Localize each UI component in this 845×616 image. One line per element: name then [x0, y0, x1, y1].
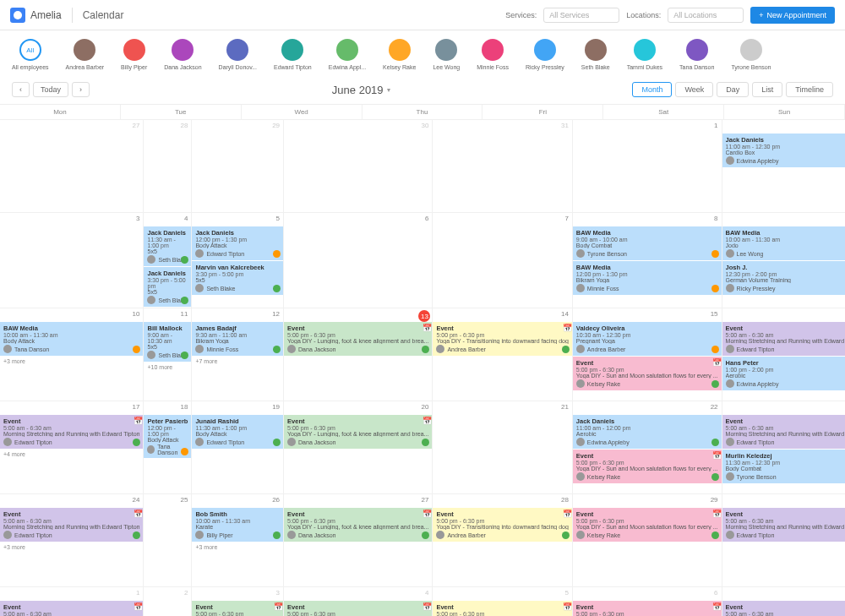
calendar-cell[interactable]: 1 [573, 120, 722, 213]
calendar-event[interactable]: Murlin Keledzej11:30 am - 12:30 pmBody C… [722, 450, 845, 483]
today-button[interactable]: Today [33, 82, 68, 97]
calendar-event[interactable]: Bob Smith10:00 am - 11:30 amKarateBilly … [192, 508, 283, 542]
calendar-cell[interactable]: 21 [433, 401, 572, 494]
more-events-link[interactable]: +3 more [192, 542, 283, 552]
calendar-event[interactable]: Event5:00 am - 6:30 amMorning Stretching… [0, 508, 143, 542]
calendar-event[interactable]: Event5:00 pm - 6:30 pmYoga DIY - Lunging… [284, 415, 432, 449]
calendar-cell[interactable]: 22Jack Daniels11:00 am - 12:00 pmAerobic… [573, 401, 722, 494]
calendar-cell[interactable]: 28Event5:00 pm - 6:30 pmYoga DIY - Trans… [433, 494, 572, 587]
view-button-month[interactable]: Month [632, 82, 672, 97]
calendar-cell[interactable]: 31 [433, 120, 572, 213]
calendar-cell[interactable]: 2 [144, 587, 192, 616]
calendar-event[interactable]: Event5:00 pm - 6:30 pmYoga DIY - Lunging… [284, 601, 432, 616]
employee-filter-1[interactable]: Andrea Barber [66, 39, 105, 70]
calendar-event[interactable]: Event5:00 am - 6:30 amMorning Stretching… [722, 601, 845, 616]
calendar-cell[interactable]: 30Event5:00 am - 6:30 amMorning Stretchi… [722, 494, 845, 587]
calendar-cell[interactable]: 30 [284, 120, 433, 213]
prev-button[interactable]: ‹ [12, 82, 30, 97]
calendar-cell[interactable]: 12James Badajf9:30 am - 11:00 amBikram Y… [192, 308, 284, 401]
calendar-cell[interactable]: 2Jack Daniels11:00 am - 12:30 pmCardio B… [722, 120, 845, 213]
calendar-event[interactable]: Event5:00 am - 6:30 amMorning Stretching… [0, 415, 143, 449]
calendar-cell[interactable]: 5Jack Daniels12:00 pm - 1:30 pmBody Atta… [192, 213, 284, 308]
employee-filter-2[interactable]: Billy Piper [121, 39, 147, 70]
employee-filter-14[interactable]: Tyrone Benson [731, 39, 771, 70]
calendar-cell[interactable]: 5Event5:00 pm - 6:30 pmYoga DIY - Transi… [433, 587, 572, 616]
calendar-event[interactable]: Jack Daniels11:30 am - 1:00 pm5x5Seth Bl… [144, 226, 191, 266]
view-button-timeline[interactable]: Timeline [786, 82, 833, 97]
calendar-cell[interactable]: 14Event5:00 pm - 6:30 pmYoga DIY - Trans… [433, 308, 572, 401]
calendar-event[interactable]: Event5:00 pm - 6:30 pmYoga DIY - Lunging… [284, 322, 432, 356]
calendar-cell[interactable]: 29Event5:00 pm - 6:30 pmYoga DIY - Sun a… [573, 494, 722, 587]
calendar-cell[interactable]: 28 [144, 120, 192, 213]
calendar-event[interactable]: Event5:00 am - 6:30 amMorning Stretching… [722, 415, 845, 449]
calendar-cell[interactable]: 16Event5:00 am - 6:30 amMorning Stretchi… [722, 308, 845, 401]
employee-filter-12[interactable]: Tammi Dukes [627, 39, 662, 70]
calendar-cell[interactable]: 11Bill Mallock9:00 am - 10:30 am5x5Seth … [144, 308, 192, 401]
calendar-event[interactable]: Jack Daniels11:00 am - 12:30 pmCardio Bo… [722, 134, 845, 167]
new-appointment-button[interactable]: + New Appointment [750, 7, 835, 24]
calendar-event[interactable]: Event5:00 pm - 6:30 pmYoga DIY - Transit… [433, 508, 571, 542]
calendar-cell[interactable]: 6 [284, 213, 433, 308]
calendar-event[interactable]: Event5:00 pm - 6:30 pmYoga DIY - Sun and… [573, 450, 722, 483]
calendar-event[interactable]: Event5:00 pm - 6:30 pmYoga DIY - Sun and… [573, 508, 722, 542]
employee-filter-5[interactable]: Edward Tipton [274, 39, 312, 70]
calendar-event[interactable]: BAW Media10:00 am - 11:30 amBody AttackT… [0, 322, 143, 356]
calendar-event[interactable]: Josh J.12:30 pm - 2:00 pmGerman Volume T… [722, 261, 845, 295]
calendar-event[interactable]: Event5:00 pm - 6:30 pmYoga DIY - Sun and… [573, 601, 722, 616]
employee-filter-13[interactable]: Tana Danson [679, 39, 714, 70]
calendar-cell[interactable]: 13Event5:00 pm - 6:30 pmYoga DIY - Lungi… [284, 308, 433, 401]
calendar-cell[interactable]: 29 [192, 120, 284, 213]
view-button-week[interactable]: Week [675, 82, 713, 97]
calendar-event[interactable]: BAW Media12:00 pm - 1:30 pmBikram YogaMi… [573, 261, 722, 295]
calendar-cell[interactable]: 17Event5:00 am - 6:30 amMorning Stretchi… [0, 401, 144, 494]
calendar-event[interactable]: Junaid Rashid11:30 am - 1:00 pmBody Atta… [192, 415, 283, 449]
calendar-cell[interactable]: 26Bob Smith10:00 am - 11:30 amKarateBill… [192, 494, 284, 587]
employee-filter-10[interactable]: Ricky Pressley [526, 39, 564, 70]
calendar-event[interactable]: Event5:00 am - 6:30 amMorning Stretching… [722, 322, 845, 356]
calendar-event[interactable]: Event5:00 pm - 6:30 pmYoga DIY - Transit… [433, 322, 571, 356]
calendar-event[interactable]: Jack Daniels3:30 pm - 5:00 pm5x5Seth Bla… [144, 267, 191, 307]
locations-select[interactable]: All Locations [668, 8, 744, 23]
calendar-event[interactable]: Jack Daniels12:00 pm - 1:30 pmBody Attac… [192, 226, 283, 260]
calendar-cell[interactable]: 18Peter Pasierb12:00 pm - 1:00 pmBody At… [144, 401, 192, 494]
calendar-cell[interactable]: 20Event5:00 pm - 6:30 pmYoga DIY - Lungi… [284, 401, 433, 494]
calendar-cell[interactable]: 9BAW Media10:00 am - 11:30 amJodoLee Won… [722, 213, 845, 308]
calendar-event[interactable]: Hans Peter1:00 pm - 2:00 pmAerobicEdwina… [722, 357, 845, 390]
employee-filter-4[interactable]: Daryll Donov... [219, 39, 257, 70]
calendar-cell[interactable]: 7Event5:00 am - 6:30 amMorning Stretchin… [722, 587, 845, 616]
calendar-cell[interactable]: 3 [0, 213, 144, 308]
calendar-cell[interactable]: 27Event5:00 pm - 6:30 pmYoga DIY - Lungi… [284, 494, 433, 587]
calendar-cell[interactable]: 3Event5:00 pm - 6:30 pmYoga DIY - Practi… [192, 587, 284, 616]
calendar-event[interactable]: Peter Pasierb12:00 pm - 1:00 pmBody Atta… [144, 415, 191, 458]
more-events-link[interactable]: +10 more [144, 363, 191, 372]
employee-filter-11[interactable]: Seth Blake [581, 39, 610, 70]
more-events-link[interactable]: +3 more [0, 357, 143, 366]
employee-filter-3[interactable]: Dana Jackson [164, 39, 201, 70]
calendar-event[interactable]: BAW Media10:00 am - 11:30 amJodoLee Wong [722, 226, 845, 260]
calendar-event[interactable]: Event5:00 pm - 6:30 pmYoga DIY - Lunging… [284, 508, 432, 542]
calendar-event[interactable]: BAW Media9:00 am - 10:00 amBody CombatTy… [573, 226, 722, 260]
employee-filter-all[interactable]: AllAll employees [12, 39, 49, 70]
calendar-event[interactable]: Valdecy Oliveira10:30 am - 12:30 pmPregn… [573, 322, 722, 356]
logo[interactable]: Amelia [10, 8, 62, 23]
next-button[interactable]: › [72, 82, 90, 97]
calendar-cell[interactable]: 15Valdecy Oliveira10:30 am - 12:30 pmPre… [573, 308, 722, 401]
calendar-cell[interactable]: 4Event5:00 pm - 6:30 pmYoga DIY - Lungin… [284, 587, 433, 616]
employee-filter-9[interactable]: Minnie Foss [477, 39, 509, 70]
services-select[interactable]: All Services [543, 8, 619, 23]
calendar-cell[interactable]: 1Event5:00 am - 6:30 amMorning Stretchin… [0, 587, 144, 616]
calendar-event[interactable]: Event5:00 pm - 6:30 pmYoga DIY - Practic… [192, 601, 283, 616]
calendar-event[interactable]: Marvin van Kalcrebeek3:30 pm - 5:00 pm5x… [192, 261, 283, 295]
calendar-event[interactable]: James Badajf9:30 am - 11:00 amBikram Yog… [192, 322, 283, 356]
calendar-cell[interactable]: 19Junaid Rashid11:30 am - 1:00 pmBody At… [192, 401, 284, 494]
calendar-cell[interactable]: 4Jack Daniels11:30 am - 1:00 pm5x5Seth B… [144, 213, 192, 308]
employee-filter-7[interactable]: Kelsey Rake [383, 39, 416, 70]
calendar-cell[interactable]: 27 [0, 120, 144, 213]
calendar-cell[interactable]: 8BAW Media9:00 am - 10:00 amBody CombatT… [573, 213, 722, 308]
calendar-event[interactable]: Event5:00 am - 6:30 amMorning Stretching… [0, 601, 143, 616]
calendar-event[interactable]: Event5:00 am - 6:30 amMorning Stretching… [722, 508, 845, 542]
calendar-cell[interactable]: 25 [144, 494, 192, 587]
calendar-cell[interactable]: 24Event5:00 am - 6:30 amMorning Stretchi… [0, 494, 144, 587]
calendar-event[interactable]: Bill Mallock9:00 am - 10:30 am5x5Seth Bl… [144, 322, 191, 362]
calendar-event[interactable]: Jack Daniels11:00 am - 12:00 pmAerobicEd… [573, 415, 722, 449]
